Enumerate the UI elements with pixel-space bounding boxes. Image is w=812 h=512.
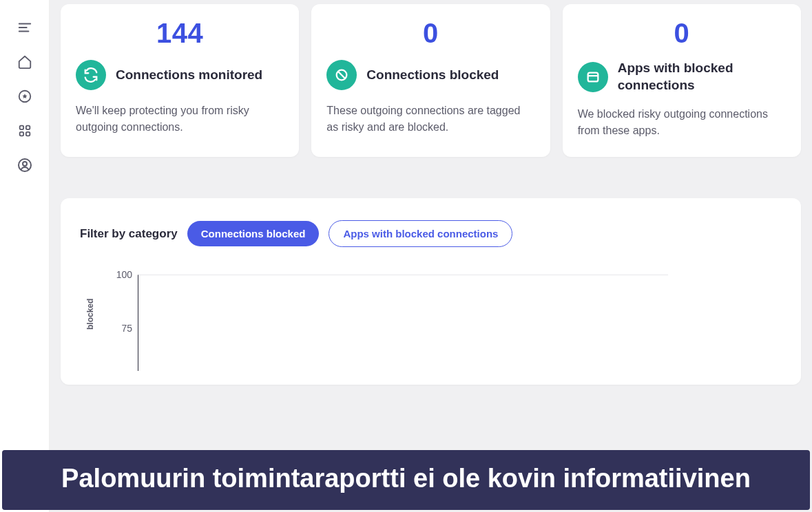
stat-title: Apps with blocked connections bbox=[618, 60, 786, 94]
svg-rect-12 bbox=[587, 72, 598, 81]
profile-icon[interactable] bbox=[17, 157, 33, 173]
chart-area: blocked 100 75 bbox=[98, 275, 782, 378]
refresh-icon bbox=[76, 60, 106, 90]
chart-panel: Filter by category Connections blocked A… bbox=[61, 198, 801, 385]
stat-desc: These outgoing connections are tagged as… bbox=[326, 103, 534, 136]
svg-rect-6 bbox=[19, 132, 23, 136]
stat-card-monitored: 144 Connections monitored We'll keep pro… bbox=[61, 4, 299, 157]
stats-row: 144 Connections monitored We'll keep pro… bbox=[61, 4, 801, 157]
stat-title: Connections blocked bbox=[366, 67, 499, 84]
stat-card-apps: 0 Apps with blocked connections We block… bbox=[563, 4, 801, 157]
stat-number: 0 bbox=[326, 18, 534, 49]
stat-number: 0 bbox=[578, 18, 786, 49]
svg-rect-7 bbox=[25, 132, 30, 136]
menu-icon[interactable] bbox=[17, 19, 33, 36]
svg-line-11 bbox=[338, 72, 345, 78]
sidebar bbox=[0, 0, 50, 512]
chart-svg bbox=[138, 275, 737, 371]
stat-desc: We blocked risky outgoing connections fr… bbox=[578, 106, 786, 139]
home-icon[interactable] bbox=[17, 54, 33, 70]
filter-row: Filter by category Connections blocked A… bbox=[80, 220, 782, 247]
main-content: 144 Connections monitored We'll keep pro… bbox=[50, 0, 812, 512]
stat-title: Connections monitored bbox=[116, 67, 262, 84]
apps-icon[interactable] bbox=[17, 122, 33, 139]
y-axis-title: blocked bbox=[85, 299, 95, 330]
star-icon[interactable] bbox=[17, 88, 33, 105]
filter-label: Filter by category bbox=[80, 227, 178, 241]
stat-desc: We'll keep protecting you from risky out… bbox=[76, 103, 284, 136]
y-tick: 100 bbox=[112, 269, 132, 280]
filter-pill-apps[interactable]: Apps with blocked connections bbox=[329, 220, 512, 247]
stat-card-blocked: 0 Connections blocked These outgoing con… bbox=[311, 4, 550, 157]
stat-number: 144 bbox=[76, 18, 284, 49]
caption-banner: Palomuurin toimintaraportti ei ole kovin… bbox=[2, 450, 810, 510]
filter-pill-blocked[interactable]: Connections blocked bbox=[187, 221, 320, 246]
svg-point-9 bbox=[23, 162, 27, 166]
y-tick: 75 bbox=[112, 323, 132, 334]
window-icon bbox=[578, 62, 608, 92]
svg-rect-5 bbox=[25, 126, 30, 130]
svg-rect-4 bbox=[19, 126, 23, 130]
block-icon bbox=[326, 60, 357, 90]
